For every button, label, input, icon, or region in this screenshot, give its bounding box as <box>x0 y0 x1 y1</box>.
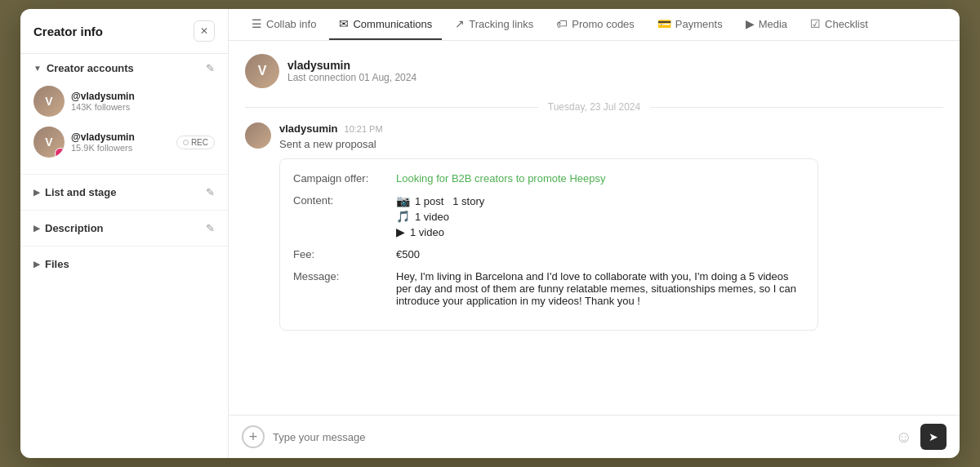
content-item-2: 🎵 1 video <box>396 210 484 223</box>
tab-checklist[interactable]: ☑ Checklist <box>800 9 878 40</box>
tab-bar: ☰ Collab info ✉ Communications ↗ Trackin… <box>229 9 960 41</box>
fee-label: Fee: <box>293 248 383 260</box>
tab-tracking-links[interactable]: ↗ Tracking links <box>445 9 543 40</box>
creator-info-2: @vladysumin 15.9K followers <box>71 131 170 153</box>
campaign-offer-link[interactable]: Looking for B2B creators to promote Heep… <box>396 172 606 185</box>
message-text: Sent a new proposal <box>279 138 943 150</box>
right-panel: ☰ Collab info ✉ Communications ↗ Trackin… <box>229 9 960 458</box>
fee-value: €500 <box>396 248 804 260</box>
divider-1 <box>20 174 228 175</box>
tracking-links-icon: ↗ <box>455 17 465 30</box>
creator-followers-1: 143K followers <box>71 102 215 112</box>
message-meta: vladysumin 10:21 PM <box>279 122 943 135</box>
music-icon: 🎵 <box>396 210 410 223</box>
tab-payments[interactable]: 💳 Payments <box>648 9 733 40</box>
collab-info-icon: ☰ <box>252 17 262 30</box>
tab-payments-label: Payments <box>675 18 723 30</box>
creator-accounts-section: ▼ Creator accounts ✎ V @vladysumin 143K … <box>20 54 228 171</box>
user-header: V vladysumin Last connection 01 Aug, 202… <box>245 54 943 88</box>
left-panel: Creator info ✕ ▼ Creator accounts ✎ V @v <box>20 9 229 458</box>
tab-tracking-links-label: Tracking links <box>469 18 533 30</box>
message-value: Hey, I'm living in Barcelona and I'd lov… <box>396 270 804 307</box>
promo-codes-icon: 🏷 <box>556 17 568 30</box>
message-row-proposal: Message: Hey, I'm living in Barcelona an… <box>293 270 804 307</box>
content-row: Content: 📷 1 post 1 story 🎵 1 video <box>293 194 804 238</box>
proposal-card: Campaign offer: Looking for B2B creators… <box>279 158 818 331</box>
content-item-3: ▶ 1 video <box>396 225 484 238</box>
payments-icon: 💳 <box>657 17 671 30</box>
edit-description-icon[interactable]: ✎ <box>206 222 215 234</box>
chevron-right-icon-1: ▶ <box>33 188 40 197</box>
send-icon: ➤ <box>929 430 938 443</box>
content-item-1: 📷 1 post 1 story <box>396 194 484 207</box>
divider-3 <box>20 246 228 247</box>
communications-icon: ✉ <box>339 17 349 30</box>
close-icon: ✕ <box>200 25 208 37</box>
avatar-2: V ♪ <box>33 127 65 158</box>
files-left: ▶ Files <box>33 258 69 270</box>
message-row: vladysumin 10:21 PM Sent a new proposal … <box>245 122 943 331</box>
list-and-stage-section[interactable]: ▶ List and stage ✎ <box>20 178 228 207</box>
content-text-3: 1 video <box>410 226 444 238</box>
username: vladysumin <box>287 59 416 72</box>
chevron-down-icon: ▼ <box>33 64 42 73</box>
section-title-toggle[interactable]: ▼ Creator accounts <box>33 62 134 74</box>
rec-label: REC <box>191 138 208 147</box>
message-username: vladysumin <box>279 122 338 135</box>
rec-dot <box>183 140 189 145</box>
tab-communications[interactable]: ✉ Communications <box>329 9 442 40</box>
last-connection: Last connection 01 Aug, 2024 <box>287 72 416 83</box>
message-time: 10:21 PM <box>345 124 383 134</box>
list-and-stage-left: ▶ List and stage <box>33 186 116 198</box>
divider-2 <box>20 210 228 211</box>
message-content: vladysumin 10:21 PM Sent a new proposal … <box>279 122 943 331</box>
description-left: ▶ Description <box>33 222 104 234</box>
creator-followers-2: 15.9K followers <box>71 143 170 153</box>
tab-collab-info-label: Collab info <box>266 18 316 30</box>
section-header: ▼ Creator accounts ✎ <box>33 62 215 74</box>
plus-icon: + <box>249 429 258 446</box>
tab-promo-codes[interactable]: 🏷 Promo codes <box>546 9 644 40</box>
creator-info-1: @vladysumin 143K followers <box>71 91 215 112</box>
chevron-right-icon-3: ▶ <box>33 260 40 269</box>
creator-handle-2: @vladysumin <box>71 131 170 143</box>
date-line-right <box>650 107 943 108</box>
close-button[interactable]: ✕ <box>194 20 215 42</box>
tab-collab-info[interactable]: ☰ Collab info <box>242 9 326 40</box>
tab-checklist-label: Checklist <box>825 18 868 30</box>
list-and-stage-label: List and stage <box>45 186 116 198</box>
user-header-info: vladysumin Last connection 01 Aug, 2024 <box>287 59 416 83</box>
files-label: Files <box>45 258 69 270</box>
message-input[interactable] <box>273 431 888 443</box>
creator-account-1[interactable]: V @vladysumin 143K followers <box>33 81 215 122</box>
date-text: Tuesday, 23 Jul 2024 <box>548 101 640 113</box>
media-icon: ▶ <box>746 17 755 30</box>
checklist-icon: ☑ <box>810 17 821 30</box>
panel-header: Creator info ✕ <box>20 9 228 54</box>
content-label: Content: <box>293 194 383 238</box>
creator-accounts-label: Creator accounts <box>47 62 134 74</box>
description-section[interactable]: ▶ Description ✎ <box>20 214 228 242</box>
content-text-1: 1 post 1 story <box>415 195 484 207</box>
tab-promo-codes-label: Promo codes <box>572 18 635 30</box>
emoji-button[interactable]: ☺ <box>896 428 912 447</box>
message-label: Message: <box>293 270 383 307</box>
campaign-offer-value: Looking for B2B creators to promote Heep… <box>396 172 804 185</box>
add-attachment-button[interactable]: + <box>242 425 265 448</box>
files-section[interactable]: ▶ Files <box>20 250 228 278</box>
edit-list-stage-icon[interactable]: ✎ <box>206 186 215 198</box>
creator-account-2[interactable]: V ♪ @vladysumin 15.9K followers REC <box>33 122 215 162</box>
content-items: 📷 1 post 1 story 🎵 1 video ▶ 1 video <box>396 194 484 238</box>
chat-area: V vladysumin Last connection 01 Aug, 202… <box>229 41 960 415</box>
date-line-left <box>245 107 538 108</box>
fee-row: Fee: €500 <box>293 248 804 260</box>
tab-media-label: Media <box>759 18 787 30</box>
send-button[interactable]: ➤ <box>920 424 947 450</box>
video-icon: ▶ <box>396 225 405 238</box>
tab-communications-label: Communications <box>353 18 432 30</box>
campaign-offer-row: Campaign offer: Looking for B2B creators… <box>293 172 804 185</box>
edit-creator-accounts-icon[interactable]: ✎ <box>206 62 215 74</box>
tab-media[interactable]: ▶ Media <box>736 9 797 40</box>
avatar-inner-1: V <box>33 86 65 117</box>
description-label: Description <box>45 222 104 234</box>
